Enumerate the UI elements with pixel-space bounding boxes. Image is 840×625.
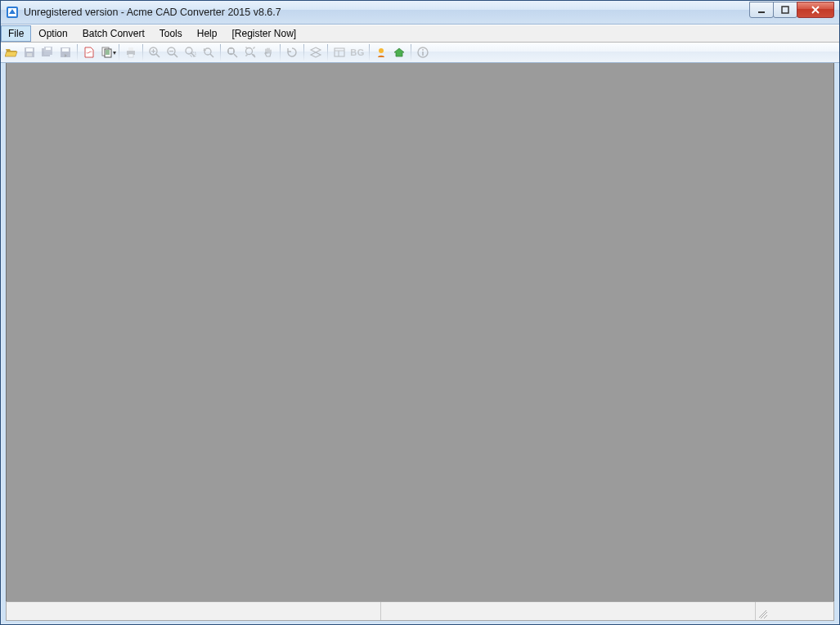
check-update-button[interactable] bbox=[372, 43, 390, 61]
title-bar[interactable]: Unregistered version - Acme CAD Converte… bbox=[1, 1, 839, 25]
layouts-button[interactable] bbox=[330, 43, 348, 61]
menu-option[interactable]: Option bbox=[31, 25, 74, 42]
zoom-all-button[interactable] bbox=[241, 43, 259, 61]
svg-rect-25 bbox=[335, 48, 344, 56]
close-button[interactable] bbox=[797, 2, 834, 18]
toolbar-separator bbox=[119, 44, 119, 61]
svg-rect-9 bbox=[46, 47, 51, 50]
toolbar-separator bbox=[303, 44, 304, 61]
toolbar-separator bbox=[77, 44, 78, 61]
svg-rect-16 bbox=[128, 54, 133, 57]
svg-rect-28 bbox=[422, 52, 424, 56]
save-button[interactable] bbox=[20, 43, 38, 61]
pan-button[interactable] bbox=[259, 43, 277, 61]
window-controls bbox=[750, 2, 834, 18]
svg-point-19 bbox=[186, 47, 192, 54]
svg-rect-11 bbox=[62, 48, 69, 52]
window-frame: Unregistered version - Acme CAD Converte… bbox=[0, 0, 840, 625]
svg-rect-5 bbox=[26, 48, 33, 52]
status-pane-2 bbox=[381, 602, 756, 620]
save-all-button[interactable] bbox=[38, 43, 56, 61]
menu-batch-convert[interactable]: Batch Convert bbox=[75, 25, 152, 42]
maximize-button[interactable] bbox=[773, 2, 797, 18]
copy-button[interactable] bbox=[98, 43, 116, 61]
zoom-in-button[interactable] bbox=[146, 43, 164, 61]
background-button[interactable]: BG bbox=[348, 43, 366, 61]
svg-rect-6 bbox=[27, 53, 32, 56]
svg-point-21 bbox=[204, 48, 211, 55]
menu-tools[interactable]: Tools bbox=[152, 25, 190, 42]
home-button[interactable] bbox=[390, 43, 408, 61]
status-bar bbox=[6, 601, 834, 621]
open-button[interactable] bbox=[2, 43, 20, 61]
svg-rect-2 bbox=[758, 11, 765, 13]
toolbar-separator bbox=[220, 44, 221, 61]
menu-help[interactable]: Help bbox=[190, 25, 225, 42]
svg-rect-15 bbox=[128, 47, 133, 51]
about-button[interactable] bbox=[414, 43, 432, 61]
svg-rect-23 bbox=[229, 49, 234, 54]
zoom-extents-button[interactable] bbox=[223, 43, 241, 61]
zoom-previous-button[interactable] bbox=[200, 43, 218, 61]
svg-rect-3 bbox=[782, 7, 788, 13]
toolbar: ▾ bbox=[1, 43, 839, 63]
resize-grip-icon[interactable] bbox=[756, 602, 769, 620]
toolbar-separator bbox=[411, 44, 411, 61]
toolbar-separator bbox=[142, 44, 143, 61]
svg-point-26 bbox=[379, 48, 384, 53]
save-back-button[interactable] bbox=[56, 43, 74, 61]
window-title: Unregistered version - Acme CAD Converte… bbox=[24, 7, 750, 18]
toolbar-separator bbox=[327, 44, 328, 61]
minimize-button[interactable] bbox=[749, 2, 774, 18]
export-pdf-button[interactable] bbox=[80, 43, 98, 61]
menu-file[interactable]: File bbox=[1, 25, 31, 42]
bg-label: BG bbox=[350, 47, 365, 57]
status-pane-1 bbox=[7, 602, 381, 620]
svg-rect-29 bbox=[422, 49, 424, 51]
canvas-area[interactable] bbox=[6, 63, 834, 607]
zoom-out-button[interactable] bbox=[164, 43, 182, 61]
menu-register-now[interactable]: [Register Now] bbox=[224, 25, 303, 42]
layers-button[interactable] bbox=[307, 43, 325, 61]
zoom-window-button[interactable] bbox=[182, 43, 200, 61]
toolbar-separator bbox=[369, 44, 370, 61]
toolbar-separator bbox=[280, 44, 281, 61]
menu-bar: File Option Batch Convert Tools Help [Re… bbox=[1, 25, 839, 43]
regen-button[interactable] bbox=[283, 43, 301, 61]
app-icon bbox=[6, 6, 19, 19]
print-button[interactable] bbox=[122, 43, 140, 61]
